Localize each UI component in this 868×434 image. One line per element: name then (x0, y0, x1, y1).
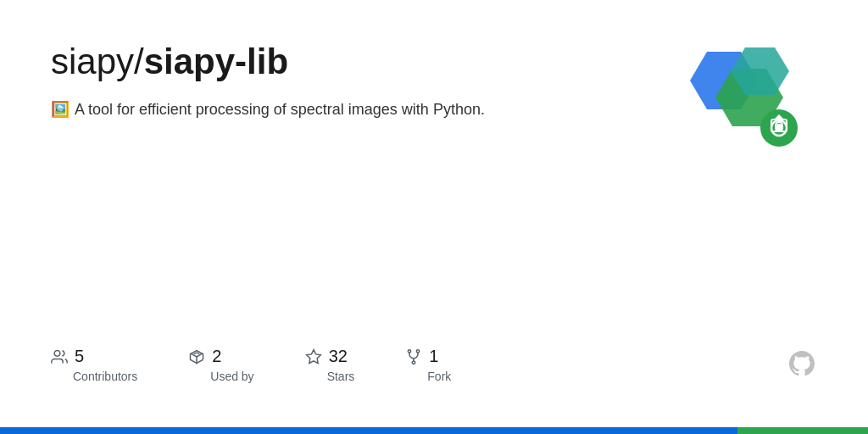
contributors-count: 5 (75, 347, 84, 366)
stat-used-by-top: 2 (188, 347, 221, 366)
logo-area (665, 41, 817, 176)
top-section: siapy/siapy-lib 🖼️A tool for efficient p… (51, 41, 817, 176)
svg-marker-11 (306, 349, 320, 363)
repo-name[interactable]: siapy-lib (144, 42, 288, 81)
stats-section: 5 Contributors 2 Used by (51, 330, 817, 383)
stars-label: Stars (305, 370, 355, 383)
repo-owner[interactable]: siapy/ (51, 42, 144, 81)
repo-info: siapy/siapy-lib 🖼️A tool for efficient p… (51, 41, 648, 121)
star-icon (305, 348, 322, 365)
stat-contributors-top: 5 (51, 347, 84, 366)
stars-count: 32 (329, 347, 348, 366)
svg-point-13 (417, 349, 420, 352)
stat-fork-top: 1 (405, 347, 438, 366)
repo-logo (669, 43, 813, 175)
svg-point-12 (409, 349, 411, 352)
contributors-label: Contributors (51, 370, 137, 383)
package-icon (188, 348, 205, 365)
stat-stars-top: 32 (305, 347, 348, 366)
svg-point-14 (413, 361, 415, 364)
fork-icon (405, 348, 422, 365)
used-by-label: Used by (188, 370, 253, 383)
svg-point-9 (54, 350, 60, 356)
description-emoji: 🖼️ (51, 98, 70, 121)
github-icon (787, 348, 817, 379)
bottom-bar (0, 427, 868, 434)
stat-used-by[interactable]: 2 Used by (188, 347, 253, 383)
github-icon-area[interactable] (787, 348, 817, 382)
stat-contributors[interactable]: 5 Contributors (51, 347, 137, 383)
repo-title: siapy/siapy-lib (51, 41, 648, 83)
people-icon (51, 348, 68, 365)
stat-stars[interactable]: 32 Stars (305, 347, 355, 383)
stat-fork[interactable]: 1 Fork (405, 347, 451, 383)
repo-description: 🖼️A tool for efficient processing of spe… (51, 98, 526, 121)
fork-label: Fork (405, 370, 451, 383)
main-container: siapy/siapy-lib 🖼️A tool for efficient p… (0, 0, 868, 417)
description-text: A tool for efficient processing of spect… (75, 101, 485, 118)
used-by-count: 2 (212, 347, 221, 366)
fork-count: 1 (429, 347, 438, 366)
